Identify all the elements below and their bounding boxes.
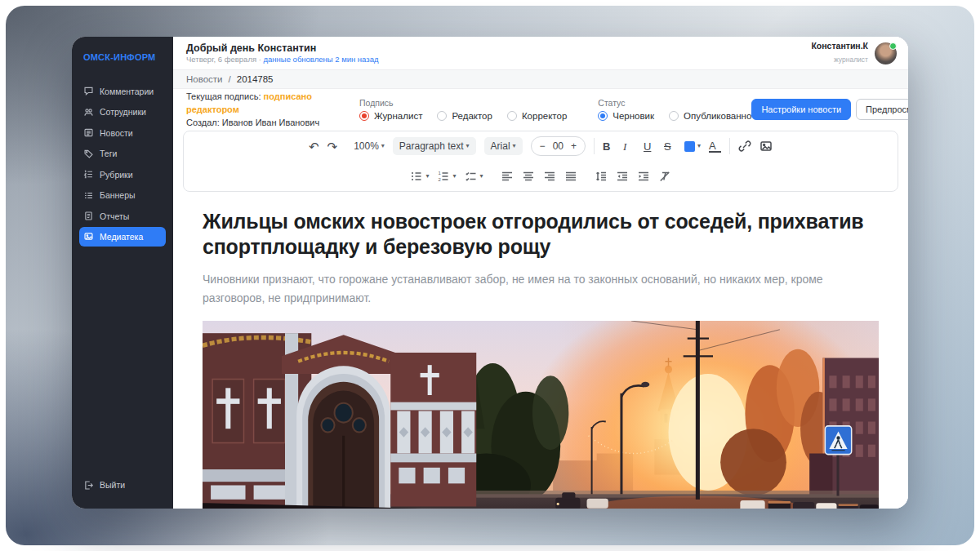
font-size-increase[interactable]: + <box>571 140 577 152</box>
data-updated-link[interactable]: данные обновлены 2 мин назад <box>264 55 379 64</box>
paragraph-style-value: Paragraph text <box>399 141 464 151</box>
chevron-down-icon: ▾ <box>466 143 470 149</box>
news-settings-button[interactable]: Настройки новости <box>751 99 851 120</box>
breadcrumb: Новости / 2014785 <box>173 69 908 89</box>
strikethrough-button[interactable]: S <box>664 141 676 152</box>
signature-info: Текущая подпись: подписано редактором Со… <box>186 90 356 129</box>
align-justify-icon <box>564 170 577 183</box>
article-title[interactable]: Жильцы омских новостроек отгородились от… <box>203 209 879 260</box>
sidebar-item-comments[interactable]: Комментарии <box>72 81 173 102</box>
user-role: журналист <box>834 56 868 64</box>
radio-journalist[interactable]: Журналист <box>359 111 422 121</box>
italic-button[interactable]: I <box>623 141 635 152</box>
action-buttons: Настройки новости Предпросмотр Сохранить <box>751 99 908 120</box>
undo-button[interactable]: ↶ <box>309 140 319 153</box>
radio-published-label: Опубликованно <box>684 111 751 121</box>
bullet-list-button[interactable]: ▾ <box>410 170 429 183</box>
sidebar-item-employees[interactable]: Сотрудники <box>72 102 173 123</box>
radio-published-circle[interactable] <box>669 111 679 121</box>
sidebar-item-label: Баннеры <box>100 190 136 200</box>
banners-icon <box>83 190 94 201</box>
highlight-color-select[interactable]: ▾ <box>684 141 701 152</box>
sidebar-item-tags[interactable]: Теги <box>72 144 173 165</box>
article-image[interactable] <box>203 321 879 509</box>
chevron-down-icon: ▾ <box>480 173 483 180</box>
align-center-button[interactable] <box>522 170 535 183</box>
avatar[interactable] <box>875 42 897 64</box>
user-box[interactable]: Константин.К журналист <box>811 41 897 65</box>
creator-label: Создал: <box>186 118 220 127</box>
chevron-down-icon: ▾ <box>425 173 429 180</box>
sidebar-item-news[interactable]: Новости <box>72 122 173 144</box>
underline-button[interactable]: U <box>644 141 656 152</box>
sidebar-item-media[interactable]: Медиатека <box>79 227 166 247</box>
sidebar-item-label: Комментарии <box>100 87 154 96</box>
check-list-button[interactable]: ▾ <box>465 170 483 183</box>
font-size-decrease[interactable]: − <box>540 140 546 152</box>
align-justify-button[interactable] <box>564 170 577 183</box>
insert-link-button[interactable] <box>738 140 751 153</box>
divider <box>729 138 730 154</box>
chevron-down-icon: ▾ <box>452 173 456 180</box>
chevron-down-icon: ▾ <box>697 143 701 149</box>
svg-text:2: 2 <box>439 177 442 182</box>
breadcrumb-id: 2014785 <box>237 74 274 84</box>
outdent-button[interactable] <box>616 170 629 183</box>
clear-format-button[interactable] <box>658 170 671 183</box>
sidebar-item-label: Теги <box>100 149 117 158</box>
sidebar-item-label: Рубрики <box>100 170 133 180</box>
radio-corrector-circle[interactable] <box>507 111 517 121</box>
status-group-label: Статус <box>598 98 751 108</box>
radio-editor[interactable]: Редактор <box>437 111 492 121</box>
app-window: ОМСК-ИНФОРМ Комментарии Сотрудники Новос… <box>72 37 908 509</box>
rubrics-icon <box>83 169 94 180</box>
numbered-list-button[interactable]: 12 ▾ <box>437 170 456 183</box>
radio-published[interactable]: Опубликованно <box>669 111 751 121</box>
toolbar-row-2: ▾ 12 ▾ ▾ <box>184 161 898 191</box>
status-group: Статус Черновик Опубликованно <box>598 98 751 121</box>
align-right-button[interactable] <box>543 170 556 183</box>
chevron-down-icon: ▾ <box>381 143 385 149</box>
reports-icon <box>83 211 94 221</box>
signature-group: Подпись Журналист Редактор Корректор <box>359 98 567 121</box>
sidebar-item-banners[interactable]: Баннеры <box>72 185 173 207</box>
logout-icon <box>83 480 94 491</box>
article-editor[interactable]: Жильцы омских новостроек отгородились от… <box>173 192 908 509</box>
clear-format-icon <box>658 170 671 183</box>
sidebar-item-rubrics[interactable]: Рубрики <box>72 164 173 185</box>
editor-toolbar: ↶ ↷ 100% ▾ Paragraph text ▾ Arial ▾ − 00 <box>183 131 898 192</box>
bullet-list-icon <box>410 170 423 183</box>
align-right-icon <box>543 170 556 183</box>
radio-corrector-label: Корректор <box>522 111 567 121</box>
zoom-select[interactable]: 100% ▾ <box>354 141 385 151</box>
radio-journalist-label: Журналист <box>374 111 422 121</box>
paragraph-style-select[interactable]: Paragraph text ▾ <box>393 137 476 155</box>
radio-editor-circle[interactable] <box>437 111 447 121</box>
radio-journalist-circle[interactable] <box>359 111 369 121</box>
insert-image-button[interactable] <box>760 140 773 153</box>
radio-draft[interactable]: Черновик <box>598 111 654 121</box>
radio-draft-circle[interactable] <box>598 111 608 121</box>
indent-button[interactable] <box>637 170 650 183</box>
font-family-select[interactable]: Arial ▾ <box>484 137 523 155</box>
align-left-icon <box>501 170 514 183</box>
radio-corrector[interactable]: Корректор <box>507 111 567 121</box>
sidebar-item-label: Новости <box>100 128 133 138</box>
line-spacing-button[interactable] <box>595 170 608 183</box>
article-subtitle[interactable]: Чиновники признают, что горожане устанав… <box>203 270 823 308</box>
chevron-down-icon: ▾ <box>513 143 516 149</box>
preview-button[interactable]: Предпросмотр <box>856 99 908 120</box>
sidebar-item-reports[interactable]: Отчеты <box>72 206 173 227</box>
bold-button[interactable]: B <box>603 141 615 152</box>
outdent-icon <box>616 170 629 183</box>
breadcrumb-section[interactable]: Новости <box>186 74 223 84</box>
greeting-text: Добрый день Константин <box>186 42 378 54</box>
align-left-button[interactable] <box>501 170 514 183</box>
logout-button[interactable]: Выйти <box>72 475 173 496</box>
breadcrumb-separator: / <box>229 74 231 84</box>
align-center-icon <box>522 170 535 183</box>
spacer <box>586 168 586 184</box>
dot-separator: · <box>259 55 261 64</box>
text-color-button[interactable]: A <box>709 140 721 153</box>
redo-button[interactable]: ↷ <box>327 140 338 153</box>
